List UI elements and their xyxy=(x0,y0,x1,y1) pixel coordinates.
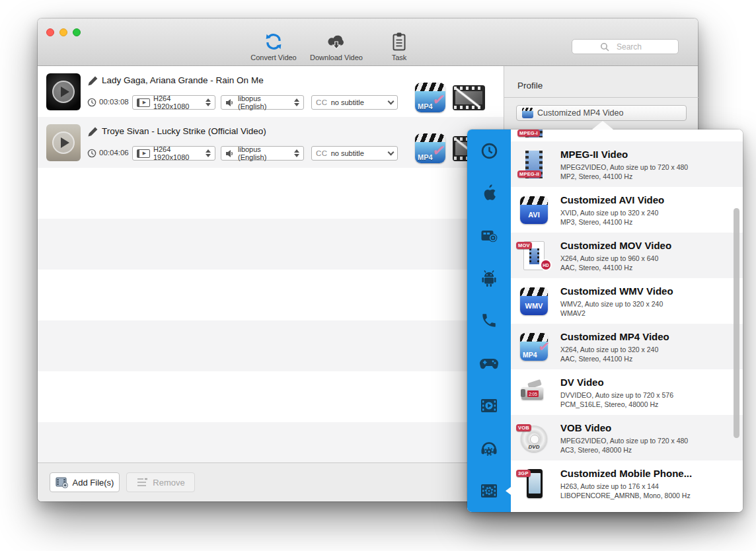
clock-icon xyxy=(480,142,498,160)
video-track-icon: ▶ xyxy=(137,149,150,158)
profile-item[interactable]: AVI Customized AVI Video XVID, Auto size… xyxy=(511,187,743,233)
task-button[interactable]: Task xyxy=(363,30,435,61)
subtitle-select[interactable]: CC no subtitle xyxy=(311,146,398,161)
profile-item[interactable]: 2:05 DV Video DVVIDEO, Auto size up to 7… xyxy=(511,369,743,415)
camcorder-icon xyxy=(480,227,498,245)
remove-button[interactable]: Remove xyxy=(126,472,195,492)
task-label: Task xyxy=(363,54,435,61)
mobile-3gp-format-icon: 3GP xyxy=(519,468,549,499)
profile-select-button[interactable]: Customized MP4 Video xyxy=(516,105,687,121)
category-game-console[interactable] xyxy=(467,342,511,385)
empty-row xyxy=(38,219,504,270)
speaker-icon xyxy=(225,98,235,107)
category-recent[interactable] xyxy=(467,129,511,172)
stepper-icon xyxy=(206,98,211,106)
category-video-formats[interactable] xyxy=(467,385,511,427)
scrollbar[interactable] xyxy=(734,208,739,438)
mp4-format-icon: MP4 ✓ xyxy=(519,332,549,362)
category-apple[interactable] xyxy=(467,172,511,214)
apple-icon xyxy=(481,184,498,203)
video-thumbnail[interactable] xyxy=(46,124,81,161)
profile-item[interactable]: MP4 ✓ Customized MP4 Video X264, Auto si… xyxy=(511,324,743,369)
profile-popover: MPEG-I MPEG-II MPEG-II Video MPEG2VIDEO,… xyxy=(467,129,743,512)
file-duration: 00:04:06 xyxy=(99,149,129,157)
dv-format-icon: 2:05 xyxy=(519,377,549,408)
category-camcorder[interactable] xyxy=(467,215,511,257)
profile-item[interactable]: WMV Customized WMV Video WMV2, Auto size… xyxy=(511,278,743,324)
profile-clapper-icon xyxy=(522,108,533,118)
minimize-button[interactable] xyxy=(59,28,67,36)
empty-row xyxy=(38,270,504,320)
profile-item[interactable]: MPEG-II MPEG-II Video MPEG2VIDEO, Auto s… xyxy=(511,141,743,187)
empty-row xyxy=(38,320,504,371)
video-stream-select[interactable]: ▶ H264 1920x1080 xyxy=(132,146,215,161)
profile-item[interactable]: VOB DVD VOB Video MPEG2VIDEO, Auto size … xyxy=(511,415,743,460)
profile-format-icon: MPEG-I xyxy=(519,129,549,139)
search-input[interactable] xyxy=(572,40,678,54)
file-row[interactable]: Lady Gaga, Ariana Grande - Rain On Me 00… xyxy=(38,66,504,117)
film-play-icon xyxy=(480,397,498,414)
category-custom-video-formats[interactable] xyxy=(467,470,511,512)
edit-title-icon[interactable] xyxy=(87,126,98,137)
zoom-button[interactable] xyxy=(73,28,81,36)
close-button[interactable] xyxy=(46,28,54,36)
remove-label: Remove xyxy=(153,478,184,488)
play-icon[interactable] xyxy=(52,131,75,154)
divider xyxy=(504,97,699,98)
subtitle-select[interactable]: CC no subtitle xyxy=(311,95,398,110)
avi-format-icon: AVI xyxy=(519,195,549,225)
file-title: Troye Sivan - Lucky Strike (Official Vid… xyxy=(102,126,266,136)
profile-item-partial[interactable]: MPEG-I xyxy=(511,129,743,141)
search-icon xyxy=(600,42,609,52)
search-field[interactable] xyxy=(572,39,679,54)
remove-icon xyxy=(136,478,148,487)
file-title: Lady Gaga, Ariana Grande - Rain On Me xyxy=(102,75,264,85)
audio-stream-select[interactable]: libopus (English) xyxy=(221,95,304,110)
empty-row xyxy=(38,168,504,219)
play-icon[interactable] xyxy=(52,81,75,103)
empty-row xyxy=(38,422,504,462)
cc-icon: CC xyxy=(316,149,328,157)
selected-profile-value: Customized MP4 Video xyxy=(537,108,623,118)
cc-icon: CC xyxy=(316,98,328,106)
phone-icon xyxy=(480,312,498,329)
output-format-icon[interactable]: MP4 ✓ xyxy=(415,83,445,112)
stepper-icon xyxy=(206,149,211,157)
file-duration: 00:03:08 xyxy=(99,98,129,106)
profile-header: Profile xyxy=(517,81,543,91)
category-sidebar xyxy=(467,129,511,512)
subtitle-value: no subtitle xyxy=(331,98,389,106)
profile-item[interactable]: MOV HD Customized MOV Video X264, Auto s… xyxy=(511,233,743,278)
video-thumbnail[interactable] xyxy=(46,73,81,110)
video-track-icon: ▶ xyxy=(137,98,150,107)
audio-stream-select[interactable]: libopus (English) xyxy=(221,146,304,161)
add-files-button[interactable]: Add File(s) xyxy=(50,472,120,492)
vob-format-icon: VOB DVD xyxy=(519,423,549,453)
category-android[interactable] xyxy=(467,257,511,299)
category-phone[interactable] xyxy=(467,299,511,342)
speaker-icon xyxy=(225,149,235,158)
mpeg2-format-icon: MPEG-II xyxy=(519,149,549,180)
video-stream-select[interactable]: ▶ H264 1920x1080 xyxy=(132,95,215,110)
download-video-label: Download Video xyxy=(300,54,373,61)
stepper-icon xyxy=(294,149,299,157)
android-icon xyxy=(480,270,498,287)
output-format-icon[interactable]: MP4 ✓ xyxy=(415,133,445,163)
category-audio-formats[interactable] xyxy=(467,427,511,469)
audio-stream-value: libopus (English) xyxy=(238,145,291,161)
convert-video-label: Convert Video xyxy=(237,54,310,61)
file-row[interactable]: Troye Sivan - Lucky Strike (Official Vid… xyxy=(38,117,504,168)
selected-category-pointer xyxy=(506,487,511,495)
edit-title-icon[interactable] xyxy=(87,75,98,87)
film-gear-icon xyxy=(480,482,498,499)
popover-arrow xyxy=(592,121,613,129)
audio-stream-value: libopus (English) xyxy=(238,94,291,110)
edit-video-icon[interactable] xyxy=(453,85,485,110)
toolbar: Convert Video Download Video xyxy=(38,18,698,66)
profile-item[interactable]: 3GP Customized Mobile Phone... H263, Aut… xyxy=(511,460,743,506)
convert-video-button[interactable]: Convert Video xyxy=(237,30,310,61)
headphones-gear-icon xyxy=(480,439,498,457)
duration-clock-icon xyxy=(87,149,96,158)
download-video-icon xyxy=(300,30,373,52)
download-video-button[interactable]: Download Video xyxy=(300,30,373,61)
